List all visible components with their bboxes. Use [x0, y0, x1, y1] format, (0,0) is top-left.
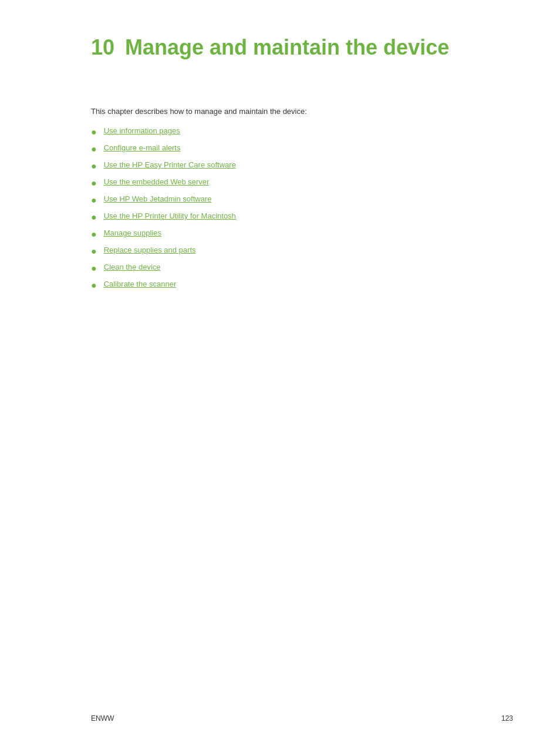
footer-left: ENWW: [91, 714, 114, 723]
page-container: 10 Manage and maintain the device This c…: [0, 0, 560, 746]
toc-list: ●Use information pages●Configure e-mail …: [91, 126, 513, 291]
bullet-icon: ●: [91, 144, 97, 154]
toc-link-3[interactable]: Use the HP Easy Printer Care software: [104, 160, 236, 169]
bullet-icon: ●: [91, 178, 97, 189]
bullet-icon: ●: [91, 195, 97, 206]
toc-link-10[interactable]: Calibrate the scanner: [104, 280, 177, 288]
toc-list-item: ●Use HP Web Jetadmin software: [91, 194, 513, 206]
bullet-icon: ●: [91, 246, 97, 257]
footer-right: 123: [501, 714, 513, 723]
toc-list-item: ●Replace supplies and parts: [91, 246, 513, 257]
toc-link-9[interactable]: Clean the device: [104, 263, 161, 271]
chapter-heading: 10 Manage and maintain the device: [91, 35, 513, 60]
toc-link-4[interactable]: Use the embedded Web server: [104, 177, 210, 186]
chapter-number: 10: [91, 35, 114, 60]
toc-link-5[interactable]: Use HP Web Jetadmin software: [104, 194, 212, 203]
intro-paragraph: This chapter describes how to manage and…: [91, 107, 513, 116]
toc-link-1[interactable]: Use information pages: [104, 126, 180, 135]
toc-list-item: ●Use the HP Printer Utility for Macintos…: [91, 211, 513, 223]
bullet-icon: ●: [91, 229, 97, 240]
toc-list-item: ●Configure e-mail alerts: [91, 143, 513, 154]
toc-list-item: ●Use information pages: [91, 126, 513, 137]
bullet-icon: ●: [91, 280, 97, 291]
footer: ENWW 123: [0, 714, 560, 723]
toc-link-6[interactable]: Use the HP Printer Utility for Macintosh: [104, 211, 236, 220]
toc-list-item: ●Manage supplies: [91, 228, 513, 240]
toc-list-item: ●Clean the device: [91, 263, 513, 274]
toc-link-2[interactable]: Configure e-mail alerts: [104, 143, 181, 152]
bullet-icon: ●: [91, 263, 97, 274]
toc-list-item: ●Use the HP Easy Printer Care software: [91, 160, 513, 172]
toc-list-item: ●Calibrate the scanner: [91, 280, 513, 291]
bullet-icon: ●: [91, 161, 97, 172]
toc-link-8[interactable]: Replace supplies and parts: [104, 246, 196, 254]
toc-list-item: ●Use the embedded Web server: [91, 177, 513, 189]
chapter-title: Manage and maintain the device: [125, 35, 449, 60]
bullet-icon: ●: [91, 212, 97, 223]
toc-link-7[interactable]: Manage supplies: [104, 228, 161, 237]
bullet-icon: ●: [91, 127, 97, 137]
